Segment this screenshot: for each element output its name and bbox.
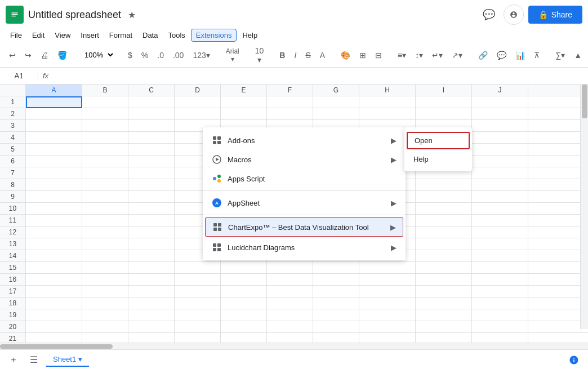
cell-c1[interactable]	[128, 96, 175, 108]
col-header-j[interactable]: J	[472, 85, 528, 96]
cell-i1[interactable]	[416, 96, 472, 108]
chart-button[interactable]: 📊	[512, 48, 528, 62]
cell-j1[interactable]	[472, 96, 528, 108]
borders-button[interactable]: ⊞	[356, 48, 369, 62]
cell-f1[interactable]	[267, 96, 313, 108]
cell-i8[interactable]	[416, 179, 472, 191]
cell-e21[interactable]	[221, 333, 267, 343]
cell-h1[interactable]	[359, 96, 416, 108]
cell-f15[interactable]	[267, 262, 313, 274]
cell-j13[interactable]	[472, 238, 528, 250]
menu-insert[interactable]: Insert	[76, 29, 104, 41]
fill-color-button[interactable]: 🎨	[337, 48, 354, 62]
cell-c13[interactable]	[128, 238, 175, 250]
cell-g18[interactable]	[313, 297, 359, 309]
cell-c4[interactable]	[128, 132, 175, 144]
cell-a16[interactable]	[26, 274, 82, 286]
formula-input[interactable]	[53, 72, 583, 80]
account-button[interactable]	[504, 5, 524, 25]
cell-c18[interactable]	[128, 297, 175, 309]
cell-a15[interactable]	[26, 262, 82, 274]
cell-i19[interactable]	[416, 309, 472, 321]
cell-g20[interactable]	[313, 321, 359, 333]
cell-d18[interactable]	[175, 297, 221, 309]
cell-b9[interactable]	[82, 191, 128, 203]
vertical-scrollbar[interactable]	[580, 85, 588, 329]
menu-item-apps-script[interactable]: Apps Script	[203, 169, 406, 188]
cell-j6[interactable]	[472, 156, 528, 167]
cell-i15[interactable]	[416, 262, 472, 274]
cell-a11[interactable]	[26, 215, 82, 226]
cell-a6[interactable]	[26, 156, 82, 167]
cell-j17[interactable]	[472, 286, 528, 297]
merge-button[interactable]: ⊟	[372, 48, 385, 62]
cell-a12[interactable]	[26, 226, 82, 238]
star-icon[interactable]: ★	[128, 10, 136, 20]
h-scroll-thumb[interactable]	[0, 344, 113, 349]
cell-b10[interactable]	[82, 203, 128, 215]
cell-j16[interactable]	[472, 274, 528, 286]
cell-a9[interactable]	[26, 191, 82, 203]
add-sheet-button[interactable]: +	[6, 352, 21, 368]
cell-g17[interactable]	[313, 286, 359, 297]
text-wrap-button[interactable]: ↵▾	[429, 48, 446, 62]
cell-i12[interactable]	[416, 226, 472, 238]
cell-b8[interactable]	[82, 179, 128, 191]
submenu-open-button[interactable]: Open	[407, 132, 470, 149]
cell-e19[interactable]	[221, 309, 267, 321]
cell-j4[interactable]	[472, 132, 528, 144]
cell-b6[interactable]	[82, 156, 128, 167]
cell-h18[interactable]	[359, 297, 416, 309]
cell-a18[interactable]	[26, 297, 82, 309]
menu-edit[interactable]: Edit	[28, 29, 49, 41]
cell-a5[interactable]	[26, 144, 82, 156]
menu-file[interactable]: File	[6, 29, 26, 41]
cell-b5[interactable]	[82, 144, 128, 156]
cell-c16[interactable]	[128, 274, 175, 286]
filter-button[interactable]: ⊼	[531, 48, 543, 62]
cell-f20[interactable]	[267, 321, 313, 333]
cell-a3[interactable]	[26, 120, 82, 132]
decimal-increase-button[interactable]: .00	[170, 48, 187, 62]
menu-format[interactable]: Format	[105, 29, 137, 41]
zoom-select[interactable]: 100% 75% 50% 125% 150%	[79, 48, 115, 61]
cell-c17[interactable]	[128, 286, 175, 297]
strikethrough-button[interactable]: S	[302, 48, 314, 62]
cell-i18[interactable]	[416, 297, 472, 309]
cell-a1[interactable]	[26, 96, 82, 108]
comment-button[interactable]: 💬	[493, 48, 510, 62]
cell-a17[interactable]	[26, 286, 82, 297]
cell-i9[interactable]	[416, 191, 472, 203]
cell-j20[interactable]	[472, 321, 528, 333]
cell-a19[interactable]	[26, 309, 82, 321]
cell-d1[interactable]	[175, 96, 221, 108]
comments-button[interactable]: 💬	[479, 5, 499, 25]
menu-extensions[interactable]: Extensions	[191, 29, 237, 42]
cell-j3[interactable]	[472, 120, 528, 132]
menu-item-macros[interactable]: Macros ▶	[203, 150, 406, 169]
cell-g15[interactable]	[313, 262, 359, 274]
cell-d16[interactable]	[175, 274, 221, 286]
text-rotate-button[interactable]: ↗▾	[448, 48, 466, 62]
sheet-tab-sheet1[interactable]: Sheet1 ▾	[46, 353, 89, 367]
font-size-button[interactable]: 10 ▾	[252, 44, 268, 66]
col-header-c[interactable]: C	[128, 85, 175, 96]
cell-j14[interactable]	[472, 250, 528, 262]
v-align-button[interactable]: ↕▾	[412, 48, 426, 62]
cell-a20[interactable]	[26, 321, 82, 333]
cell-i13[interactable]	[416, 238, 472, 250]
cell-i21[interactable]	[416, 333, 472, 343]
cell-c7[interactable]	[128, 167, 175, 179]
h-align-button[interactable]: ≡▾	[394, 48, 409, 62]
cell-c20[interactable]	[128, 321, 175, 333]
cell-a10[interactable]	[26, 203, 82, 215]
cell-e2[interactable]	[221, 108, 267, 120]
cell-d19[interactable]	[175, 309, 221, 321]
submenu-help-button[interactable]: Help	[404, 150, 472, 168]
cell-b4[interactable]	[82, 132, 128, 144]
col-header-g[interactable]: G	[313, 85, 359, 96]
col-header-f[interactable]: F	[267, 85, 313, 96]
cell-e15[interactable]	[221, 262, 267, 274]
share-button[interactable]: 🔒 Share	[528, 6, 582, 24]
percent-button[interactable]: %	[138, 48, 152, 62]
